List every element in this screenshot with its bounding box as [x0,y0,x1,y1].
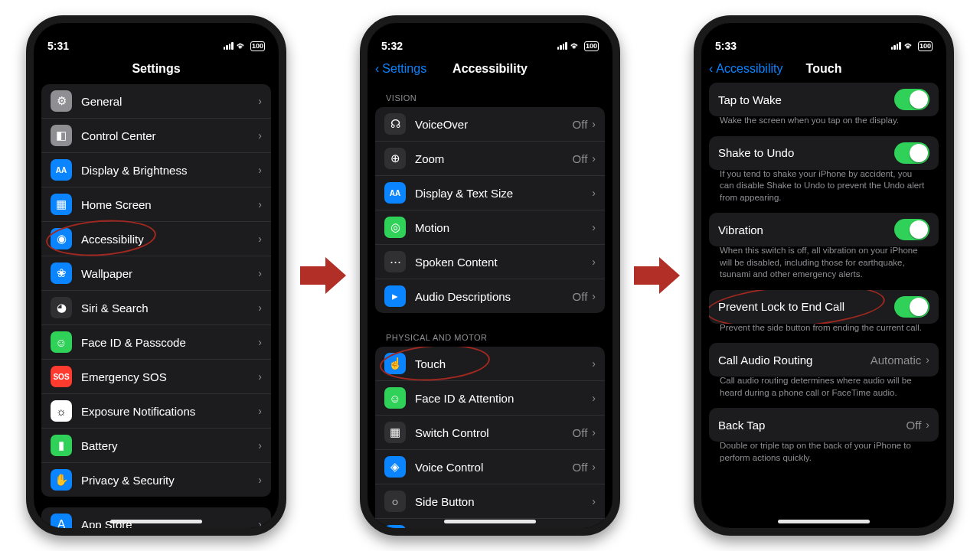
row-label: VoiceOver [415,118,573,131]
chevron-right-icon: › [258,518,262,528]
battery-icon: 100 [250,41,265,51]
row-label: Spoken Content [415,256,592,269]
settings-row[interactable]: Shake to Undo [709,136,939,170]
row-footer: Double or triple tap on the back of your… [709,437,939,473]
settings-row[interactable]: Tap to Wake [709,83,939,116]
row-value: Automatic [871,354,922,367]
row-label: Tap to Wake [718,93,894,106]
nav-bar: ‹ Settings Accessibility [368,54,612,84]
notch [433,23,547,43]
row-label: Exposure Notifications [81,405,258,418]
phone-settings: 5:31 ᯤ 100 Settings ⚙︎General›◧Control C… [26,15,286,536]
row-icon: ❀ [51,262,72,284]
settings-row[interactable]: AADisplay & Brightness› [41,152,271,187]
row-footer: When this switch is off, all vibration o… [709,242,939,290]
back-label: Settings [382,62,426,76]
settings-row[interactable]: ☺Face ID & Attention› [375,380,605,415]
home-indicator[interactable] [110,520,202,523]
row-value: Off [573,426,588,439]
row-icon: ▮ [51,435,72,456]
chevron-right-icon: › [592,221,596,233]
wifi-icon: ᯤ [237,40,247,52]
row-label: Home Screen [81,198,258,211]
svg-marker-1 [634,257,680,294]
toggle-switch[interactable] [894,89,929,110]
home-indicator[interactable] [444,520,536,523]
row-icon: AA [384,182,406,204]
chevron-right-icon: › [258,95,262,107]
row-label: Side Button [415,495,592,508]
settings-row[interactable]: A͇App Store› [41,507,271,528]
row-icon: ✋ [51,469,72,491]
chevron-right-icon: › [592,392,596,404]
back-button[interactable]: ‹ Settings [375,62,426,76]
chevron-right-icon: › [592,256,596,268]
page-title: Touch [806,62,842,76]
home-indicator[interactable] [778,520,870,523]
settings-row[interactable]: Call Audio RoutingAutomatic› [709,343,939,377]
row-label: Accessibility [81,233,258,246]
clock: 5:32 [381,40,403,52]
row-label: Prevent Lock to End Call [718,300,894,313]
row-icon: ⋯ [384,251,406,272]
settings-row[interactable]: ❀Wallpaper› [41,256,271,290]
settings-row[interactable]: ✋Privacy & Security› [41,462,271,497]
settings-row[interactable]: ☝Touch› [375,347,605,380]
notch [766,23,881,43]
row-icon: ▸ [384,285,406,307]
settings-row[interactable]: Vibration [709,213,939,246]
page-title: Settings [132,62,180,76]
chevron-right-icon: › [258,267,262,279]
battery-icon: 100 [918,41,933,51]
row-label: Face ID & Attention [415,392,592,405]
settings-row[interactable]: ▮Battery› [41,428,271,462]
wifi-icon: ᯤ [570,40,581,52]
chevron-right-icon: › [592,290,596,302]
settings-row[interactable]: ◎Motion› [375,210,605,244]
page-title: Accessibility [452,62,528,76]
settings-row[interactable]: ☊VoiceOverOff› [375,107,605,141]
settings-row[interactable]: ◧Control Center› [41,118,271,152]
settings-row[interactable]: ⊕ZoomOff› [375,141,605,175]
chevron-right-icon: › [592,426,596,439]
chevron-right-icon: › [258,233,262,245]
clock: 5:33 [715,40,737,52]
settings-row[interactable]: ▦Home Screen› [41,187,271,221]
settings-row[interactable]: ▸Audio DescriptionsOff› [375,279,605,313]
row-icon: ◎ [384,217,406,238]
settings-row[interactable]: ⋯Spoken Content› [375,244,605,279]
row-label: Privacy & Security [81,474,258,487]
section-header-vision: VISION [375,84,605,107]
nav-bar: ‹ Accessibility Touch [701,54,946,84]
nav-bar: Settings [34,54,279,84]
settings-row[interactable]: ◕Siri & Search› [41,290,271,324]
settings-row[interactable]: ○Side Button› [375,484,605,518]
settings-row[interactable]: ☺Face ID & Passcode› [41,324,271,359]
chevron-right-icon: › [258,370,262,383]
settings-row[interactable]: SOSEmergency SOS› [41,359,271,393]
toggle-switch[interactable] [894,142,929,164]
settings-row[interactable]: ⚙︎General› [41,84,271,118]
row-label: Siri & Search [81,302,258,315]
settings-row[interactable]: AADisplay & Text Size› [375,175,605,210]
row-value: Off [573,290,588,303]
settings-row[interactable]: ◉Accessibility› [41,221,271,256]
row-label: Shake to Undo [718,146,894,159]
settings-row[interactable]: ◈Voice ControlOff› [375,449,605,484]
row-label: Emergency SOS [81,370,258,383]
row-value: Off [906,419,922,432]
row-label: Face ID & Passcode [81,336,258,349]
back-label: Accessibility [716,62,782,76]
back-button[interactable]: ‹ Accessibility [709,62,782,76]
settings-row[interactable]: Back TapOff› [709,408,939,442]
settings-row[interactable]: Prevent Lock to End Call [709,290,939,324]
chevron-right-icon: › [258,405,262,417]
settings-row[interactable]: ☼Exposure Notifications› [41,393,271,428]
chevron-right-icon: › [258,474,262,486]
toggle-switch[interactable] [894,219,929,240]
row-value: Off [573,461,588,474]
toggle-switch[interactable] [894,296,929,318]
row-icon: SOS [51,366,72,387]
step-arrow-icon [634,253,680,298]
settings-row[interactable]: ▦Switch ControlOff› [375,415,605,449]
